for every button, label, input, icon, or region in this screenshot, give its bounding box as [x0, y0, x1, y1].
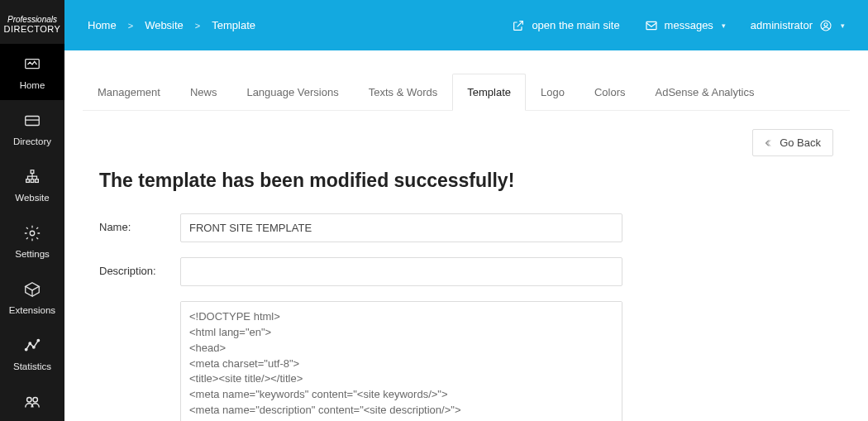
tab-label: AdSense & Analytics	[656, 86, 755, 98]
tab-label: Colors	[594, 86, 626, 98]
user-circle-icon	[819, 19, 832, 32]
sidebar-item-home[interactable]: Home	[0, 44, 64, 100]
tab-adsense-analytics[interactable]: AdSense & Analytics	[641, 74, 770, 111]
svg-rect-4	[26, 179, 30, 183]
tab-template[interactable]: Template	[452, 74, 526, 111]
panel: Management News Language Versions Texts …	[83, 74, 850, 421]
sidebar-item-statistics[interactable]: Statistics	[0, 325, 64, 381]
breadcrumb-sep: >	[195, 21, 200, 31]
tab-label: Language Versions	[246, 86, 338, 98]
breadcrumb-website[interactable]: Website	[145, 19, 184, 31]
sidebar-item-users[interactable]	[0, 381, 64, 421]
tab-management[interactable]: Management	[83, 74, 175, 111]
svg-point-8	[25, 348, 26, 350]
html-label: HTML:	[99, 301, 180, 421]
svg-point-12	[27, 398, 32, 403]
home-icon	[22, 55, 42, 74]
svg-rect-5	[31, 179, 34, 183]
sidebar-item-website[interactable]: Website	[0, 156, 64, 213]
description-input[interactable]	[180, 257, 622, 286]
tab-texts-words[interactable]: Texts & Words	[354, 74, 453, 111]
sidebar-item-extensions[interactable]: Extensions	[0, 269, 64, 325]
svg-rect-6	[36, 179, 39, 183]
tab-label: Logo	[541, 86, 565, 98]
tab-label: Template	[467, 86, 511, 98]
back-arrow-icon	[765, 138, 775, 148]
tab-news[interactable]: News	[175, 74, 232, 111]
main: Home > Website > Template open the main …	[64, 0, 868, 421]
svg-point-7	[30, 231, 35, 236]
messages-link[interactable]: messages ▾	[645, 19, 726, 32]
user-menu[interactable]: administrator ▾	[751, 19, 845, 32]
messages-label: messages	[665, 19, 713, 31]
tab-colors[interactable]: Colors	[579, 74, 641, 111]
svg-point-16	[824, 22, 827, 26]
chevron-down-icon: ▾	[841, 22, 845, 30]
tab-language-versions[interactable]: Language Versions	[231, 74, 353, 111]
chevron-down-icon: ▾	[722, 22, 726, 30]
svg-point-13	[33, 398, 37, 403]
tab-label: News	[190, 86, 217, 98]
sidebar-item-label: Home	[20, 80, 45, 90]
description-label: Description:	[99, 257, 180, 277]
go-back-button[interactable]: Go Back	[752, 129, 833, 156]
gear-icon	[22, 224, 42, 242]
svg-rect-1	[26, 117, 40, 126]
users-icon	[22, 393, 42, 411]
sidebar-item-label: Directory	[13, 136, 51, 146]
breadcrumb: Home > Website > Template	[88, 19, 255, 31]
mail-icon	[645, 19, 658, 32]
svg-point-10	[33, 347, 35, 348]
tab-logo[interactable]: Logo	[526, 74, 579, 111]
tab-label: Management	[98, 86, 160, 98]
website-icon	[22, 168, 42, 186]
topbar: Home > Website > Template open the main …	[64, 0, 868, 50]
directory-icon	[22, 112, 42, 130]
sidebar-item-directory[interactable]: Directory	[0, 100, 64, 156]
open-main-site-link[interactable]: open the main site	[512, 19, 619, 32]
sidebar-item-label: Extensions	[9, 305, 55, 315]
breadcrumb-sep: >	[128, 21, 133, 31]
sidebar-item-settings[interactable]: Settings	[0, 213, 64, 269]
svg-point-11	[37, 339, 39, 341]
open-main-site-label: open the main site	[532, 19, 619, 31]
brand: Professionals DIRECTORY	[0, 0, 64, 44]
sidebar-item-label: Settings	[15, 249, 50, 259]
user-label: administrator	[751, 19, 813, 31]
go-back-label: Go Back	[780, 136, 821, 149]
svg-rect-14	[646, 22, 656, 29]
stats-icon	[22, 337, 42, 355]
sidebar-item-label: Website	[15, 193, 49, 203]
breadcrumb-home[interactable]: Home	[88, 19, 117, 31]
brand-line2: DIRECTORY	[3, 24, 61, 34]
cube-icon	[22, 280, 42, 299]
breadcrumb-template[interactable]: Template	[212, 19, 255, 31]
tab-label: Texts & Words	[369, 86, 438, 98]
sidebar-item-label: Statistics	[13, 361, 51, 371]
success-message: The template has been modified successfu…	[99, 170, 833, 192]
html-textarea[interactable]	[180, 301, 622, 421]
sidebar: Professionals DIRECTORY Home Directory	[0, 0, 64, 421]
svg-point-9	[29, 342, 31, 344]
tabs: Management News Language Versions Texts …	[83, 74, 850, 111]
svg-rect-3	[31, 170, 34, 174]
name-label: Name:	[99, 213, 180, 233]
external-link-icon	[512, 19, 525, 32]
brand-line1: Professionals	[3, 15, 61, 24]
name-input[interactable]	[180, 213, 622, 242]
